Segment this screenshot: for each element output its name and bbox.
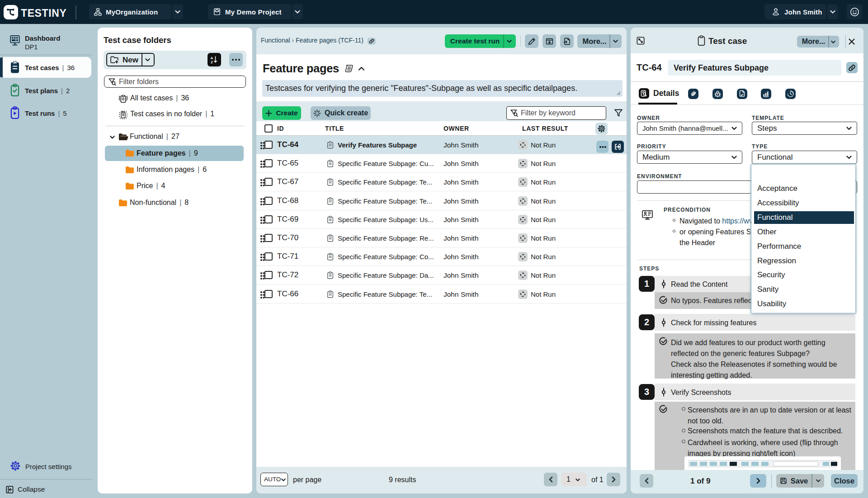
svg-text:Z: Z (211, 60, 213, 64)
svg-text:A: A (211, 56, 213, 60)
